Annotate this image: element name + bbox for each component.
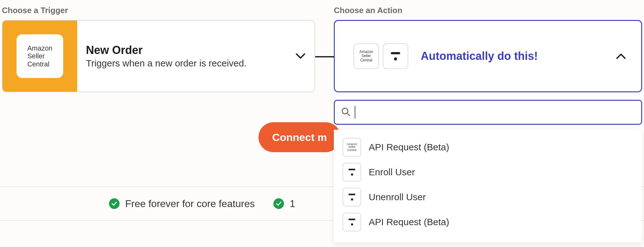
action-dropdown-list: Amazon Seller Central API Request (Beta)… bbox=[334, 130, 642, 243]
chevron-down-icon bbox=[295, 51, 306, 61]
trigger-app-icon-text: Amazon Seller Central bbox=[27, 44, 53, 68]
connect-button[interactable]: Connect m bbox=[258, 122, 341, 152]
text-cursor bbox=[355, 106, 355, 119]
svg-line-1 bbox=[347, 113, 350, 116]
feature-text-2: 1 bbox=[290, 198, 295, 210]
action-search-input[interactable] bbox=[360, 107, 635, 117]
action-option-label: API Request (Beta) bbox=[369, 142, 449, 153]
check-circle-icon bbox=[273, 198, 284, 209]
action-option-unenroll-user[interactable]: Unenroll User bbox=[341, 186, 635, 208]
action-card[interactable]: Amazon Seller Central Automatically do t… bbox=[334, 20, 642, 92]
choose-action-label: Choose an Action bbox=[334, 6, 402, 15]
thinkific-icon bbox=[343, 213, 361, 231]
trigger-card[interactable]: Amazon Seller Central New Order Triggers… bbox=[2, 20, 315, 92]
action-option-label: API Request (Beta) bbox=[369, 217, 449, 227]
amazon-seller-central-icon: Amazon Seller Central bbox=[343, 138, 361, 157]
search-icon bbox=[341, 107, 350, 118]
action-app-icon-1-text: Amazon Seller Central bbox=[359, 50, 373, 62]
action-option-api-request-beta[interactable]: Amazon Seller Central API Request (Beta) bbox=[341, 136, 635, 158]
trigger-title: New Order bbox=[86, 44, 247, 57]
trigger-description: Triggers when a new order is received. bbox=[86, 58, 247, 69]
drop-icon-text: Amazon Seller Central bbox=[347, 143, 357, 152]
action-title: Automatically do this! bbox=[421, 50, 616, 63]
thinkific-icon bbox=[343, 188, 361, 206]
action-option-label: Unenroll User bbox=[369, 192, 426, 202]
feature-text-1: Free forever for core features bbox=[125, 198, 255, 210]
amazon-seller-central-icon: Amazon Seller Central bbox=[353, 43, 379, 69]
action-option-label: Enroll User bbox=[369, 167, 415, 177]
action-option-enroll-user[interactable]: Enroll User bbox=[341, 161, 635, 183]
action-option-api-request-beta-2[interactable]: API Request (Beta) bbox=[341, 211, 635, 233]
thinkific-icon bbox=[343, 163, 361, 182]
check-circle-icon bbox=[109, 198, 120, 209]
trigger-action-connector bbox=[315, 56, 334, 57]
action-search-box[interactable] bbox=[334, 100, 642, 125]
amazon-seller-central-icon: Amazon Seller Central bbox=[17, 34, 63, 78]
thinkific-icon bbox=[383, 43, 408, 69]
choose-trigger-label: Choose a Trigger bbox=[2, 6, 68, 15]
chevron-up-icon bbox=[616, 51, 626, 61]
trigger-app-icon-wrap: Amazon Seller Central bbox=[2, 21, 77, 92]
